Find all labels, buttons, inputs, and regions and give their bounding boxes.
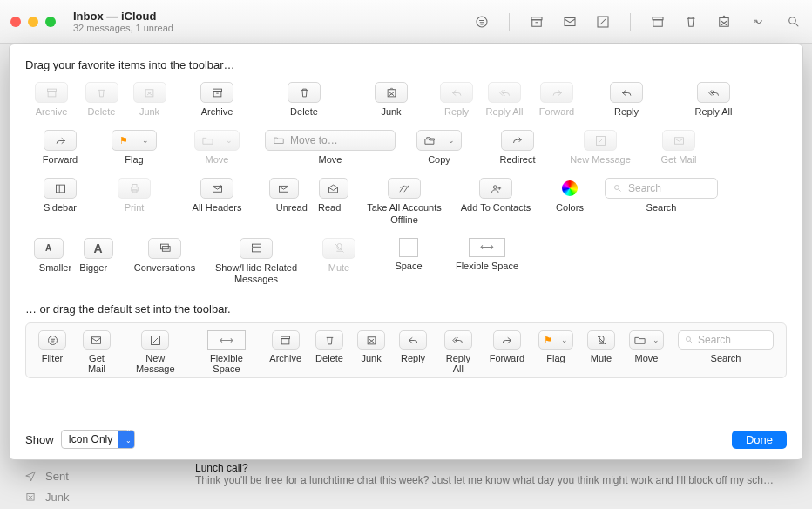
svg-point-0: [477, 17, 487, 27]
item-mute-disabled[interactable]: Mute: [304, 238, 374, 285]
filter-icon[interactable]: [474, 14, 490, 30]
svg-rect-21: [132, 184, 137, 187]
item-flexible-space[interactable]: Flexible Space: [443, 238, 531, 285]
item-showhide-related[interactable]: Show/Hide Related Messages: [208, 238, 304, 285]
item-forward-disabled[interactable]: Forward: [531, 82, 583, 118]
window-titlebar: Inbox — iCloud 32 messages, 1 unread »: [0, 0, 812, 44]
item-unread-read[interactable]: Unread Read: [261, 178, 356, 225]
default-search[interactable]: SearchSearch: [671, 330, 781, 363]
traffic-lights: [10, 17, 56, 27]
item-junk-disabled[interactable]: Junk: [125, 82, 173, 118]
svg-rect-7: [720, 17, 729, 26]
item-sidebar[interactable]: Sidebar: [25, 178, 95, 225]
default-move[interactable]: ⌄Move: [622, 330, 671, 363]
svg-point-27: [615, 186, 619, 190]
default-reply[interactable]: Reply: [392, 330, 434, 363]
window-title: Inbox — iCloud: [73, 10, 173, 23]
window-subtitle: 32 messages, 1 unread: [73, 23, 173, 33]
item-archive-disabled[interactable]: Archive: [25, 82, 78, 118]
show-mode-select[interactable]: Icon Only: [61, 430, 135, 449]
default-flag[interactable]: ⚑⌄Flag: [531, 330, 580, 363]
message-snippet: Think you'll be free for a lunchtime cha…: [195, 474, 800, 486]
compose-icon[interactable]: [595, 14, 611, 30]
item-addcontacts[interactable]: Add To Contacts: [452, 178, 539, 225]
svg-point-9: [789, 17, 796, 24]
default-delete[interactable]: Delete: [308, 330, 350, 363]
default-forward[interactable]: Forward: [483, 330, 531, 363]
svg-rect-31: [252, 248, 261, 252]
svg-rect-6: [653, 19, 663, 26]
item-moveto[interactable]: Move to…Move: [261, 130, 400, 166]
default-mute[interactable]: Mute: [580, 330, 622, 363]
item-redirect[interactable]: Redirect: [478, 130, 557, 166]
minimize-window-button[interactable]: [28, 17, 38, 27]
item-space[interactable]: Space: [374, 238, 443, 285]
message-subject: Lunch call?: [195, 462, 800, 474]
default-replyall[interactable]: Reply All: [434, 330, 483, 374]
item-replyall-disabled[interactable]: Reply All: [478, 82, 531, 118]
svg-rect-15: [213, 91, 221, 96]
instruction-text: Drag your favorite items into the toolba…: [25, 58, 787, 71]
default-flexspace[interactable]: Flexible Space: [191, 330, 263, 374]
svg-rect-36: [281, 338, 289, 343]
done-button[interactable]: Done: [732, 431, 787, 449]
item-flag[interactable]: ⚑⌄Flag: [95, 130, 173, 166]
default-getmail[interactable]: Get Mail: [73, 330, 120, 374]
bigger-icon[interactable]: A: [84, 238, 113, 259]
toolbar-separator: [630, 13, 631, 31]
svg-point-38: [687, 337, 691, 342]
archive-icon[interactable]: [529, 14, 545, 30]
item-colors[interactable]: Colors: [539, 178, 600, 225]
default-instruction-text: … or drag the default set into the toolb…: [25, 302, 787, 316]
item-delete[interactable]: Delete: [261, 82, 348, 118]
show-label: Show: [25, 433, 54, 446]
close-window-button[interactable]: [10, 17, 21, 27]
svg-rect-30: [252, 244, 261, 247]
svg-rect-2: [532, 19, 542, 26]
overflow-icon[interactable]: »: [751, 14, 767, 30]
trash-icon[interactable]: [683, 14, 699, 30]
unread-icon[interactable]: [269, 178, 299, 199]
item-copy[interactable]: ⌄Copy: [400, 130, 478, 166]
svg-rect-33: [92, 336, 101, 343]
item-offline[interactable]: Take All Accounts Offline: [356, 178, 452, 225]
default-toolbar-set[interactable]: Filter Get Mail New Message Flexible Spa…: [25, 322, 787, 378]
default-newmessage[interactable]: New Message: [120, 330, 191, 374]
item-reply-disabled[interactable]: Reply: [435, 82, 478, 118]
search-icon[interactable]: [786, 14, 802, 30]
item-delete-disabled[interactable]: Delete: [78, 82, 125, 118]
archive2-icon[interactable]: [650, 14, 666, 30]
item-getmail-disabled[interactable]: Get Mail: [644, 130, 714, 166]
item-print[interactable]: Print: [95, 178, 173, 225]
item-forward[interactable]: Forward: [25, 130, 95, 166]
svg-point-32: [48, 336, 57, 344]
sidebar-item-junk[interactable]: Junk: [24, 486, 183, 507]
message-preview-background: Lunch call? Think you'll be free for a l…: [192, 460, 803, 509]
item-search[interactable]: SearchSearch: [600, 178, 722, 225]
default-archive[interactable]: Archive: [262, 330, 308, 363]
zoom-window-button[interactable]: [45, 17, 56, 27]
smaller-icon[interactable]: A: [34, 238, 64, 259]
default-junk[interactable]: Junk: [350, 330, 392, 363]
item-conversations[interactable]: Conversations: [121, 238, 208, 285]
default-filter[interactable]: Filter: [31, 330, 73, 363]
read-icon[interactable]: [319, 178, 348, 199]
junk-icon[interactable]: [716, 14, 732, 30]
item-archive[interactable]: Archive: [173, 82, 261, 118]
space-icon: [399, 238, 418, 257]
getmail-icon[interactable]: [562, 14, 578, 30]
color-wheel-icon: [562, 180, 578, 196]
flexible-space-icon: [469, 238, 505, 257]
svg-rect-19: [56, 185, 64, 193]
item-newmessage-disabled[interactable]: New Message: [557, 130, 644, 166]
item-junk[interactable]: Junk: [348, 82, 435, 118]
svg-text:»: »: [754, 16, 758, 24]
item-move-disabled[interactable]: ⌄Move: [173, 130, 261, 166]
item-reply[interactable]: Reply: [583, 82, 670, 118]
item-replyall[interactable]: Reply All: [670, 82, 757, 118]
item-allheaders[interactable]: All Headers: [173, 178, 261, 225]
toolbar-separator: [509, 13, 510, 31]
customize-toolbar-sheet: Drag your favorite items into the toolba…: [9, 44, 803, 460]
sidebar-item-sent[interactable]: Sent: [24, 465, 183, 486]
item-smaller-bigger[interactable]: AASmaller Bigger: [25, 238, 121, 285]
